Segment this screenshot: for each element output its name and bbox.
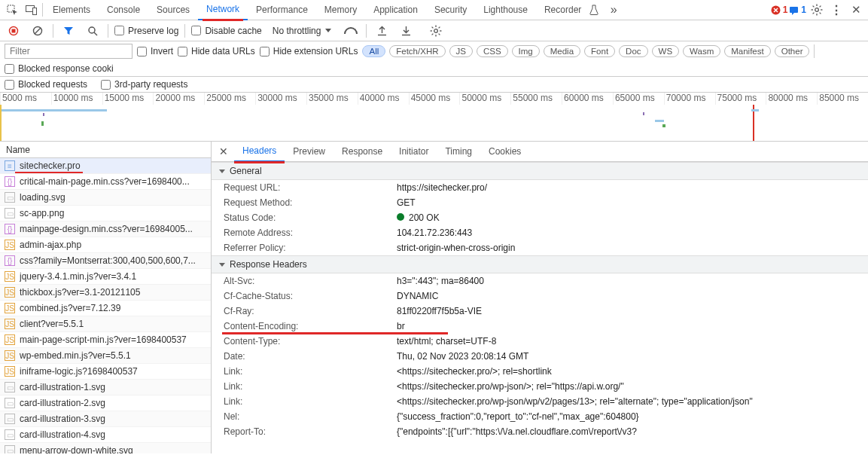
third-party-checkbox[interactable]: 3rd-party requests (101, 79, 187, 90)
detail-tab-initiator[interactable]: Initiator (391, 142, 437, 162)
issues-badge[interactable]: 1 (789, 5, 806, 15)
request-name: card-illustration-1.svg (20, 382, 105, 392)
record-icon[interactable] (5, 22, 23, 40)
preserve-log-checkbox[interactable]: Preserve log (114, 26, 178, 36)
type-filter-manifest[interactable]: Manifest (724, 45, 770, 57)
kebab-menu-icon[interactable]: ⋮ (827, 1, 845, 19)
request-row[interactable]: JSmain-page-script-min.js?ver=1698400537 (0, 332, 211, 348)
request-row[interactable]: ▭card-illustration-4.svg (0, 427, 211, 443)
detail-tab-response[interactable]: Response (333, 142, 391, 162)
header-row: Referrer Policy:strict-origin-when-cross… (212, 240, 868, 255)
request-row[interactable]: ▭sc-app.png (0, 206, 211, 221)
chevron-down-icon (219, 263, 225, 267)
request-row[interactable]: JSwp-embed.min.js?ver=5.5.1 (0, 348, 211, 364)
tab-console[interactable]: Console (99, 0, 148, 20)
disable-cache-checkbox[interactable]: Disable cache (191, 26, 261, 36)
request-name: sc-app.png (20, 208, 64, 218)
svg-point-18 (89, 27, 95, 33)
type-filter-font[interactable]: Font (584, 45, 615, 57)
detail-tab-headers[interactable]: Headers (234, 142, 285, 162)
tab-memory[interactable]: Memory (316, 0, 365, 20)
tab-security[interactable]: Security (426, 0, 475, 20)
tab-performance[interactable]: Performance (248, 0, 316, 20)
type-filter-ws[interactable]: WS (652, 45, 680, 57)
download-har-icon[interactable] (397, 22, 415, 40)
tab-elements[interactable]: Elements (44, 0, 99, 20)
detail-tab-timing[interactable]: Timing (437, 142, 480, 162)
request-row[interactable]: ▭card-illustration-1.svg (0, 380, 211, 395)
column-header-name[interactable]: Name (0, 142, 211, 158)
filter-input[interactable] (5, 44, 132, 59)
type-filter-other[interactable]: Other (775, 45, 810, 57)
request-row[interactable]: ▭card-illustration-3.svg (0, 411, 211, 427)
request-row[interactable]: {}css?family=Montserrat:300,400,500,600,… (0, 253, 211, 269)
request-row[interactable]: ▭card-illustration-2.svg (0, 395, 211, 411)
js-file-icon: JS (5, 319, 15, 329)
header-row: Request Method:GET (212, 195, 868, 210)
type-filter-media[interactable]: Media (544, 45, 580, 57)
settings-icon[interactable] (808, 1, 826, 19)
header-row: Cf-Ray:81ff0220ff7f5b5a-VIE (212, 304, 868, 319)
request-row[interactable]: JSclient?ver=5.5.1 (0, 316, 211, 332)
request-row[interactable]: JSjquery-3.4.1.min.js?ver=3.4.1 (0, 269, 211, 285)
tab-lighthouse[interactable]: Lighthouse (475, 0, 536, 20)
detail-tab-preview[interactable]: Preview (285, 142, 333, 162)
request-name: critical-main-page.min.css?ver=1698400..… (20, 176, 190, 187)
section-header[interactable]: Response Headers (212, 255, 868, 273)
inspect-icon[interactable] (3, 1, 21, 19)
network-conditions-icon[interactable] (342, 22, 360, 40)
img-file-icon: ▭ (5, 192, 15, 203)
request-row[interactable]: ≡sitechecker.pro (0, 158, 211, 174)
svg-line-29 (439, 26, 440, 28)
tab-sources[interactable]: Sources (148, 0, 198, 20)
img-file-icon: ▭ (5, 382, 15, 392)
request-name: admin-ajax.php (20, 240, 81, 250)
type-filter-fetchxhr[interactable]: Fetch/XHR (389, 45, 445, 57)
blocked-response-cookies-checkbox[interactable]: Blocked response cooki (5, 63, 114, 74)
detail-tab-cookies[interactable]: Cookies (480, 142, 529, 162)
js-file-icon: JS (5, 350, 15, 361)
device-toggle-icon[interactable] (23, 1, 41, 19)
request-name: loading.svg (20, 192, 65, 203)
close-detail-icon[interactable]: ✕ (215, 145, 233, 157)
request-row[interactable]: {}mainpage-design.min.css?ver=16984005..… (0, 221, 211, 237)
type-filter-doc[interactable]: Doc (619, 45, 647, 57)
error-badge[interactable]: 1 (771, 5, 788, 15)
css-file-icon: {} (5, 176, 15, 187)
blocked-requests-checkbox[interactable]: Blocked requests (5, 79, 87, 90)
request-row[interactable]: ▭loading.svg (0, 190, 211, 206)
clear-icon[interactable] (29, 22, 47, 40)
invert-checkbox[interactable]: Invert (137, 46, 173, 56)
request-name: menu-arrow-down-white.svg (20, 445, 133, 453)
devtools-tabbar: ElementsConsoleSourcesNetworkPerformance… (0, 0, 868, 20)
filter-funnel-icon[interactable] (59, 22, 78, 40)
more-tabs-icon[interactable]: » (605, 1, 623, 19)
header-row: Status Code:200 OK (212, 210, 868, 225)
request-name: mainpage-design.min.css?ver=16984005... (20, 224, 193, 234)
upload-har-icon[interactable] (373, 22, 391, 40)
tab-recorder[interactable]: Recorder (536, 0, 589, 20)
close-devtools-icon[interactable]: ✕ (847, 1, 865, 19)
request-row[interactable]: {}critical-main-page.min.css?ver=1698400… (0, 174, 211, 190)
hide-data-urls-checkbox[interactable]: Hide data URLs (178, 46, 255, 56)
network-settings-icon[interactable] (427, 22, 445, 40)
request-row[interactable]: JSthickbox.js?ver=3.1-20121105 (0, 285, 211, 301)
type-filter-img[interactable]: Img (512, 45, 540, 57)
type-filter-css[interactable]: CSS (477, 45, 508, 57)
type-filter-wasm[interactable]: Wasm (683, 45, 720, 57)
search-icon[interactable] (84, 22, 102, 40)
tab-application[interactable]: Application (365, 0, 426, 20)
timeline-overview[interactable]: 5000 ms10000 ms15000 ms20000 ms25000 ms3… (0, 93, 868, 142)
header-row: Report-To:{"endpoints":[{"url":"https:\/… (212, 424, 868, 439)
hide-extension-urls-checkbox[interactable]: Hide extension URLs (260, 46, 358, 56)
type-filter-all[interactable]: All (362, 45, 385, 57)
type-filter-js[interactable]: JS (449, 45, 473, 57)
header-row: Content-Type:text/html; charset=UTF-8 (212, 334, 868, 349)
request-row[interactable]: JSadmin-ajax.php (0, 237, 211, 253)
request-row[interactable]: JSiniframe-logic.js?1698400537 (0, 364, 211, 380)
tab-network[interactable]: Network (198, 0, 248, 20)
request-row[interactable]: ▭menu-arrow-down-white.svg (0, 443, 211, 453)
section-header[interactable]: General (212, 162, 868, 180)
request-row[interactable]: JScombined.js?ver=7.12.39 (0, 301, 211, 316)
throttling-select[interactable]: No throttling (268, 24, 337, 38)
